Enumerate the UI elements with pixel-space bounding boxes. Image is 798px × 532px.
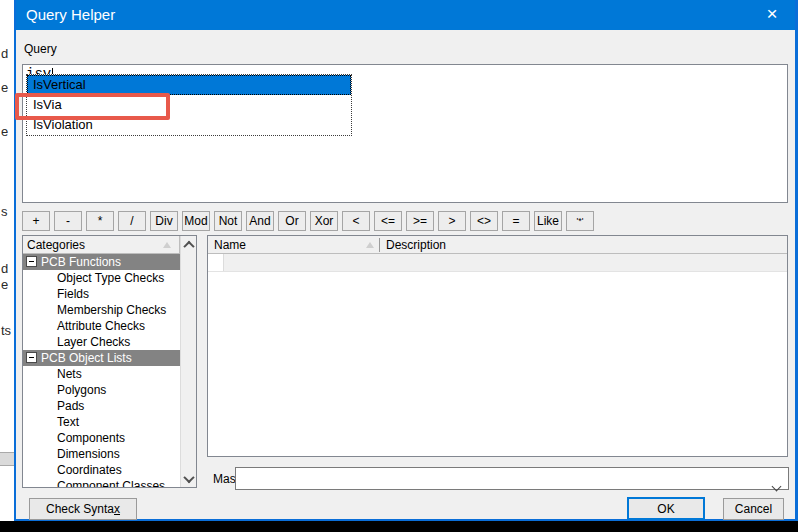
background-window-sliver: d e e s d e ts — [0, 0, 14, 521]
operator-eq-button[interactable]: = — [502, 211, 530, 231]
tree-item-membership-checks[interactable]: Membership Checks — [23, 302, 180, 318]
background-text-fragment: ts — [1, 323, 11, 338]
tree-item-attribute-checks[interactable]: Attribute Checks — [23, 318, 180, 334]
title-bar[interactable]: Query Helper × — [16, 0, 795, 30]
cancel-button[interactable]: Cancel — [723, 498, 784, 520]
tree-item-coordinates[interactable]: Coordinates — [23, 462, 180, 478]
background-text-fragment: s — [1, 204, 8, 219]
tree-item-component-classes[interactable]: Component Classes — [23, 478, 180, 488]
background-text-fragment: e — [1, 80, 8, 95]
operator-wildcard-button[interactable]: '*' — [566, 211, 594, 231]
chevron-down-icon[interactable] — [773, 476, 780, 494]
tree-group-pcb-object-lists[interactable]: PCB Object Lists — [23, 350, 180, 366]
query-label: Query — [24, 42, 57, 56]
name-column-header[interactable]: Name — [214, 238, 246, 252]
sort-ascending-icon — [163, 242, 171, 248]
tree-group-label: PCB Functions — [41, 254, 121, 270]
autocomplete-dropdown: IsVertical IsVia IsViolation — [26, 74, 352, 136]
operator-not-button[interactable]: Not — [214, 211, 242, 231]
sort-ascending-icon — [366, 242, 374, 248]
autocomplete-item-isvertical[interactable]: IsVertical — [27, 75, 351, 95]
empty-selected-row[interactable] — [208, 254, 787, 272]
categories-tree: PCB Functions Object Type Checks Fields … — [23, 254, 180, 487]
operator-gt-button[interactable]: > — [438, 211, 466, 231]
categories-scrollbar[interactable] — [180, 236, 196, 487]
categories-panel: Categories PCB Functions Object Type Che… — [22, 235, 197, 488]
operator-multiply-button[interactable]: * — [86, 211, 114, 231]
operator-lt-button[interactable]: < — [342, 211, 370, 231]
tree-group-pcb-functions[interactable]: PCB Functions — [23, 254, 180, 270]
background-button-edge — [0, 452, 14, 466]
operator-or-button[interactable]: Or — [278, 211, 306, 231]
autocomplete-item-isvia[interactable]: IsVia — [27, 95, 351, 115]
operator-div-button[interactable]: Div — [150, 211, 178, 231]
operator-plus-button[interactable]: + — [22, 211, 50, 231]
autocomplete-item-isviolation[interactable]: IsViolation — [27, 115, 351, 135]
dialog-title: Query Helper — [26, 0, 115, 30]
operator-ne-button[interactable]: <> — [470, 211, 498, 231]
operator-like-button[interactable]: Like — [534, 211, 562, 231]
tree-group-label: PCB Object Lists — [41, 350, 132, 366]
tree-item-pads[interactable]: Pads — [23, 398, 180, 414]
ok-button[interactable]: OK — [627, 497, 705, 520]
close-icon[interactable]: × — [751, 0, 793, 30]
description-column-header[interactable]: Description — [386, 238, 446, 252]
results-panel: Name Description — [207, 235, 788, 457]
tree-item-nets[interactable]: Nets — [23, 366, 180, 382]
categories-header-label: Categories — [27, 238, 85, 252]
categories-column-header[interactable]: Categories — [23, 236, 180, 254]
tree-item-fields[interactable]: Fields — [23, 286, 180, 302]
tree-item-dimensions[interactable]: Dimensions — [23, 446, 180, 462]
operator-ge-button[interactable]: >= — [406, 211, 434, 231]
column-divider[interactable] — [379, 238, 380, 252]
tree-item-layer-checks[interactable]: Layer Checks — [23, 334, 180, 350]
tree-item-text[interactable]: Text — [23, 414, 180, 430]
tree-item-object-type-checks[interactable]: Object Type Checks — [23, 270, 180, 286]
operator-xor-button[interactable]: Xor — [310, 211, 338, 231]
collapse-icon[interactable] — [26, 256, 37, 267]
tree-item-polygons[interactable]: Polygons — [23, 382, 180, 398]
background-text-fragment: e — [1, 124, 8, 139]
results-column-header: Name Description — [208, 236, 787, 254]
operator-divide-button[interactable]: / — [118, 211, 146, 231]
operator-and-button[interactable]: And — [246, 211, 274, 231]
background-text-fragment: e — [1, 277, 8, 292]
tree-item-components[interactable]: Components — [23, 430, 180, 446]
background-text-fragment: d — [1, 261, 8, 276]
operator-mod-button[interactable]: Mod — [182, 211, 210, 231]
operator-minus-button[interactable]: - — [54, 211, 82, 231]
operator-le-button[interactable]: <= — [374, 211, 402, 231]
background-text-fragment: d — [1, 46, 8, 61]
screen: d e e s d e ts Query Helper × Query isv … — [0, 0, 798, 532]
query-helper-dialog: Query Helper × Query isv IsVertical IsVi… — [14, 0, 798, 521]
scroll-up-icon[interactable] — [181, 236, 197, 253]
scroll-down-icon[interactable] — [181, 470, 197, 487]
collapse-icon[interactable] — [26, 352, 37, 363]
operator-toolbar: + - * / Div Mod Not And Or Xor < <= >= >… — [22, 211, 594, 231]
check-syntax-button[interactable]: Check Syntax — [29, 498, 137, 520]
row-indicator-cell — [208, 254, 224, 271]
mask-combobox[interactable] — [235, 467, 789, 490]
